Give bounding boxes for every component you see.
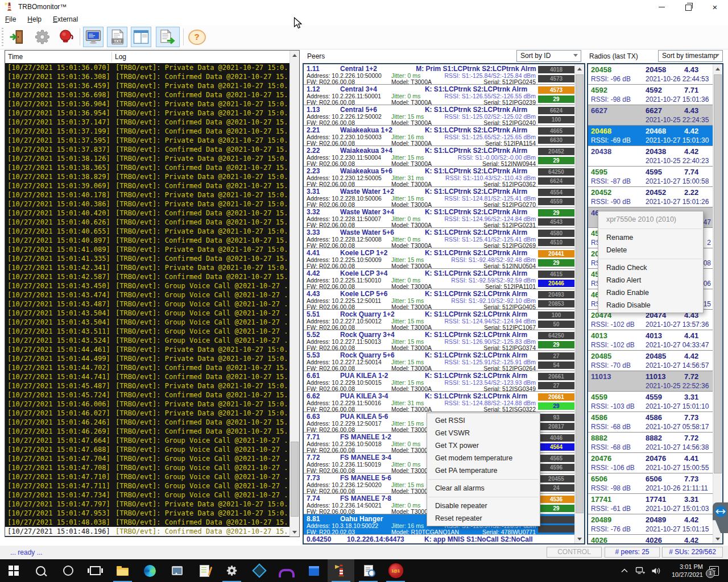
peer-row[interactable]: 4.41Koele LCP 1+2K: S1:LCPtrnk S2:LCPtrn… [304,248,574,269]
peer-row[interactable]: 3.31Waste Water 1+2K: S1:LCPtrnk S2:LCPt… [304,187,574,207]
log-row[interactable]: [10/27/2021 15:01:43.504][TRBO/evt]: Gro… [5,318,289,327]
peer-row[interactable]: 2.21Waiakeakua 1+2K: S1:LCPtrnk S2:LCPtr… [304,126,574,146]
peer-row[interactable]: 3.32Waste Water 3+4K: S1:LCPtrnk S2:LCPt… [304,207,574,228]
radio-menu-item-radio-enable[interactable]: Radio Enable [598,286,703,299]
log-scrollbar-thumb[interactable] [291,442,299,517]
log-scrollbar[interactable] [289,51,299,537]
text-log-icon[interactable]: TXT [107,27,127,47]
split-layout-icon[interactable] [131,27,151,47]
cortana-icon[interactable] [55,559,81,582]
radio-row[interactable]: 458645867.73RSSI: -68 dB2021-10-27 05:58… [588,412,713,433]
radio-row[interactable]: 650665067.73RSSI: -98 dB2021-10-26 21:11… [588,473,713,494]
peer-menu-item-reset-repeater[interactable]: Reset repeater [427,512,540,525]
peer-menu-item-disable-repeater[interactable]: Disable repeater [427,500,540,512]
radio-row[interactable]: 20476204764.41RSSI: -106 dB2021-10-27 15… [588,453,713,473]
start-button[interactable] [0,559,27,582]
3d-viewer-icon[interactable] [246,559,272,582]
restore-button[interactable] [675,0,701,14]
scroll-down-icon[interactable] [290,527,299,537]
log-row[interactable]: [10/27/2021 15:01:40.420][TRBO/evt]: Con… [5,209,289,218]
log-row[interactable]: [10/27/2021 15:01:39.069][TRBO/evt]: Con… [5,181,289,190]
alarm-app-icon[interactable]: 1@1 [382,559,409,582]
radio-row[interactable]: 20458204584.43RSSI: -96 dB2021-10-26 22:… [588,64,713,85]
radio-menu-item-radio-disable[interactable]: Radio Disable [598,299,703,311]
menu-item-file[interactable]: File [5,15,16,23]
radio-menu-item-radio-alert[interactable]: Radio Alert [598,274,703,286]
log-row[interactable]: [10/27/2021 15:01:42.341][TRBO/evt]: Pri… [5,263,289,272]
task-view-icon[interactable] [82,559,109,582]
radio-row[interactable]: 20452204522.22RSSI: -90 dB2021-10-27 15:… [588,187,713,207]
log-row[interactable]: [10/27/2021 15:01:47.704][TRBO/evt]: Gro… [5,454,289,463]
radio-row[interactable]: 11013110137.722021-10-25 22:52:36 [588,371,713,392]
radio-row[interactable]: 402640264.42 [588,535,713,543]
radio-menu-item-delete[interactable]: Delete [598,244,703,256]
log-row[interactable]: [10/27/2021 15:01:36.698][TRBO/evt]: Con… [5,90,289,99]
peer-footer-row[interactable]: 0.6425010.2.226.14:64473K: app MNIS S1:N… [304,535,574,543]
log-row[interactable]: [10/27/2021 15:01:40.178][TRBO/evt]: Pri… [5,190,289,199]
peer-row[interactable]: 3.33Waste Water 5+6K: S1:LCPtrnk S2:LCPt… [304,228,574,248]
radios-scrollbar-thumb[interactable] [714,74,722,473]
trbomonitor-taskbar-icon[interactable] [328,559,354,582]
log-row[interactable]: [10/27/2021 15:01:40.655][TRBO/evt]: Pri… [5,227,289,236]
log-row[interactable]: [10/27/2021 15:01:37.199][TRBO/evt]: Con… [5,127,289,136]
calculator-icon[interactable] [300,559,327,582]
radio-row[interactable]: 459545957.74RSSI: -87 dB2021-10-27 15:00… [588,167,713,187]
peer-menu-item-get-pa-temperature[interactable]: Get PA temperature [427,464,540,477]
help-icon[interactable]: ? [187,27,207,47]
radio-row[interactable]: 455945593.31RSSI: -103 dB2021-10-27 15:0… [588,392,713,412]
minimize-button[interactable] [648,0,675,14]
log-row[interactable]: [10/27/2021 15:01:41.335][TRBO/evt]: Con… [5,254,289,263]
log-row[interactable]: [10/27/2021 15:01:43.511][TRBO/evt]: Gro… [5,327,289,336]
log-row[interactable]: [10/27/2021 15:01:37.837][TRBO/evt]: Con… [5,145,289,154]
photos-app-icon[interactable] [164,559,191,582]
log-row[interactable]: [10/27/2021 15:01:46.006][TRBO/evt]: Pri… [5,400,289,409]
log-row[interactable]: [10/27/2021 15:01:48.038][TRBO/evt]: Con… [5,518,289,527]
radio-row[interactable]: 662766274.432021-10-25 22:24:35 [588,105,713,126]
log-row[interactable]: [10/27/2021 15:01:43.524][TRBO/evt]: Gro… [5,336,289,345]
radio-row[interactable]: 401340134.41RSSI: -102 dB2021-10-27 04:3… [588,330,713,351]
scroll-down-icon[interactable] [575,534,584,543]
peer-menu-item-clear-all-alarms[interactable]: Clear all alarms [427,482,540,494]
log-row[interactable]: [10/27/2021 15:01:43.474][TRBO/evt]: Gro… [5,290,289,300]
peer-row[interactable]: 4.43Koele LCP 5+6K: S1:LCPtrnk S2:LCPtrn… [304,289,574,310]
close-button[interactable]: × [702,0,728,14]
log-row[interactable]: [10/27/2021 15:01:46.269][TRBO/evt]: Con… [5,427,289,436]
log-row[interactable]: [10/27/2021 15:01:47.710][TRBO/evt]: Gro… [5,472,289,481]
notes-app-icon[interactable] [191,559,218,582]
log-row[interactable]: [10/27/2021 15:01:37.595][TRBO/evt]: Pri… [5,136,289,145]
log-row[interactable]: [10/27/2021 15:01:43.450][TRBO/evt]: Gro… [5,281,289,290]
mixed-reality-icon[interactable] [273,559,300,582]
log-row[interactable]: [10/27/2021 15:01:48.196][TRBO/evt]: Con… [5,527,289,536]
radio-row[interactable]: 20489204894.42RSSI: -76 dB2021-10-27 15:… [588,514,713,535]
peer-row[interactable]: 1.11Central 1+2M: Prim S1:LCPtrnk S2:LCP… [304,64,574,85]
scroll-down-icon[interactable] [713,534,722,543]
peer-row[interactable]: 2.22Waiakeakua 3+4K: S1:LCPtrnk S2:LCPtr… [304,146,574,167]
settings-gear-icon[interactable] [32,27,53,47]
peer-menu-item-get-rssi[interactable]: Get RSSI [427,414,540,427]
alarm-bell-icon[interactable] [56,27,77,47]
peer-row[interactable]: 4.42Koele LCP 3+4K: S1:LCPtrnk S2:LCPtrn… [304,269,574,289]
peers-scrollbar-thumb[interactable] [576,74,584,513]
log-row[interactable]: [10/27/2021 15:01:47.711][TRBO/evt]: Gro… [5,481,289,490]
log-row[interactable]: [10/27/2021 15:01:47.953][TRBO/evt]: Pri… [5,509,289,518]
tray-expand-icon[interactable] [618,559,631,582]
scroll-up-icon[interactable] [713,64,722,73]
taskbar-clock[interactable]: 3:01 PM 10/27/2021 [661,559,703,582]
file-explorer-icon[interactable] [109,559,136,582]
log-row[interactable]: [10/27/2021 15:01:47.664][TRBO/evt]: Gro… [5,436,289,445]
peer-menu-item-get-tx-power[interactable]: Get TX power [427,439,540,452]
radio-row[interactable]: 20468204684.42RSSI: -69 dB2021-10-27 15:… [588,126,713,146]
log-row[interactable]: [10/27/2021 15:01:36.904][TRBO/evt]: Pri… [5,99,289,109]
log-row[interactable]: [10/27/2021 15:01:36.954][TRBO/evt]: Pri… [5,109,289,118]
peer-row[interactable]: 5.52Rock Quarry 3+4K: S1:LCPtrnk S2:LCPt… [304,330,574,351]
radios-scrollbar[interactable] [713,64,722,543]
radio-row[interactable]: 459245927.71RSSI: -98 dB2021-10-27 15:01… [588,85,713,105]
log-row[interactable]: [10/27/2021 15:01:40.386][TRBO/evt]: Pri… [5,199,289,209]
search-icon[interactable] [27,559,54,582]
log-row[interactable]: [10/27/2021 15:01:47.708][TRBO/evt]: Gro… [5,463,289,472]
log-row[interactable]: [10/27/2021 15:01:36.308][TRBO/evt]: Con… [5,72,289,81]
peers-scrollbar[interactable] [574,64,584,543]
peer-row[interactable]: 5.53Rock Quarry 5+6K: S1:LCPtrnk S2:LCPt… [304,351,574,371]
log-row[interactable]: [10/27/2021 15:01:45.724][TRBO/evt]: Con… [5,390,289,400]
log-row[interactable]: [10/27/2021 15:01:36.459][TRBO/evt]: Pri… [5,81,289,90]
